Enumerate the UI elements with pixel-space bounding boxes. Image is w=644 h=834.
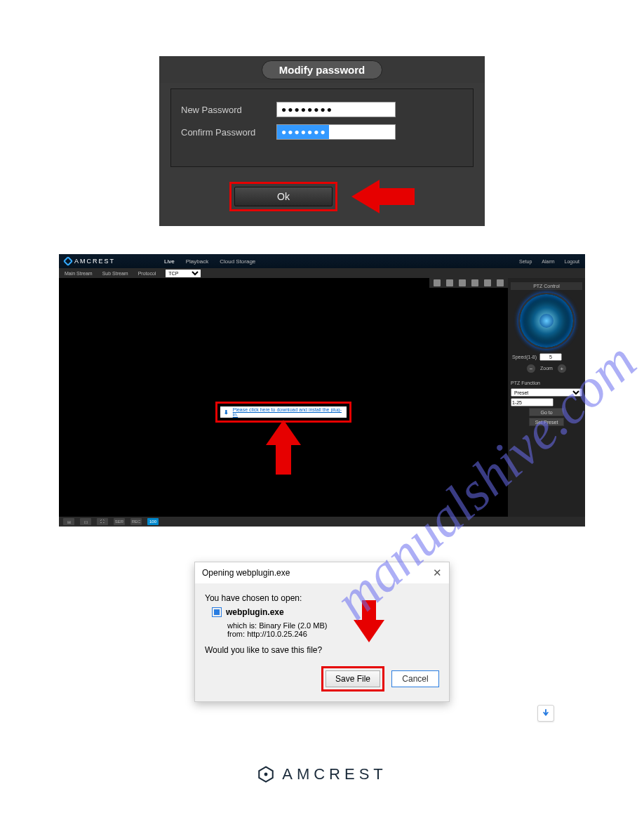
title-pill: Modify password	[262, 60, 383, 79]
nav-tabs: Live Playback Cloud Storage	[164, 258, 255, 265]
link-logout[interactable]: Logout	[565, 259, 579, 264]
confirm-password-input[interactable]	[276, 124, 396, 140]
form-box: New Password Confirm Password	[170, 88, 474, 167]
download-bar: ⬇ Please click here to download and inst…	[220, 406, 347, 418]
fullscreen-icon[interactable]	[434, 279, 441, 286]
new-password-label: New Password	[181, 105, 276, 115]
modify-password-panel: Modify password New Password Confirm Pas…	[159, 56, 485, 226]
zoom-pct-icon[interactable]: 100	[147, 518, 159, 525]
tab-playback[interactable]: Playback	[186, 258, 208, 265]
download-dialog: Opening webplugin.exe ✕ You have chosen …	[194, 562, 450, 702]
right-links: Setup Alarm Logout	[519, 259, 579, 264]
ok-button[interactable]: Ok	[234, 187, 333, 206]
talk-icon[interactable]	[471, 279, 478, 286]
main-stream-btn[interactable]: Main Stream	[65, 271, 93, 276]
layout-icon-2[interactable]: ⊡	[80, 518, 91, 525]
cancel-button[interactable]: Cancel	[391, 670, 439, 687]
close-icon[interactable]: ✕	[433, 567, 442, 579]
bottom-toolbar: ⊞ ⊡ ⛶ SER REC 100	[59, 517, 585, 527]
from-value: http://10.0.25.246	[247, 630, 307, 638]
download-indicator-icon[interactable]	[537, 705, 554, 722]
file-icon	[212, 607, 222, 617]
dialog-title: Opening webplugin.exe	[202, 568, 290, 578]
new-password-input[interactable]	[276, 102, 396, 117]
from-label: from:	[227, 630, 245, 638]
preset-select[interactable]: Preset	[511, 388, 582, 397]
record-icon[interactable]	[459, 279, 466, 286]
brand-logo: AMCREST	[65, 258, 115, 265]
zoom-label: Zoom	[540, 364, 553, 373]
tab-cloud[interactable]: Cloud Storage	[220, 258, 255, 265]
footer-logo: AMCREST	[42, 765, 602, 783]
sub-bar: Main Stream Sub Stream Protocol TCP	[59, 268, 585, 278]
save-file-button[interactable]: Save File	[326, 670, 380, 687]
red-arrow-down-icon	[354, 600, 384, 642]
filename: webplugin.exe	[226, 607, 284, 617]
zoom-in-button[interactable]: +	[557, 364, 567, 373]
dialog-body: You have chosen to open: webplugin.exe w…	[195, 583, 449, 701]
logo-icon	[63, 256, 73, 266]
speed-label: Speed(1-8)	[512, 355, 537, 359]
title-bar: Modify password	[159, 56, 485, 83]
ptz-func-title: PTZ Function	[511, 380, 582, 385]
rec-icon[interactable]: REC	[130, 518, 142, 525]
goto-button[interactable]: Go to	[529, 408, 564, 416]
fullscreen-bottom-icon[interactable]: ⛶	[97, 518, 108, 525]
protocol-select[interactable]: TCP	[166, 270, 201, 277]
red-arrow-up-icon	[266, 420, 301, 475]
video-toolbar	[429, 278, 508, 288]
save-highlight-box: Save File	[321, 666, 384, 691]
footer-brand-text: AMCREST	[282, 765, 387, 783]
download-link[interactable]: Please click here to download and instal…	[233, 407, 344, 417]
layout-icon-1[interactable]: ⊞	[63, 518, 74, 525]
red-arrow-icon	[351, 180, 415, 213]
which-is-value: Binary File (2.0 MB)	[259, 621, 327, 630]
ptz-panel: PTZ Control Speed(1-8) − Zoom + PTZ Func…	[508, 278, 585, 517]
mic-icon[interactable]	[497, 279, 504, 286]
snapshot-icon[interactable]	[446, 279, 453, 286]
link-setup[interactable]: Setup	[519, 259, 532, 264]
video-area: ⬇ Please click here to download and inst…	[59, 278, 508, 517]
ptz-title: PTZ Control	[511, 282, 582, 290]
speed-input[interactable]	[539, 353, 562, 361]
top-bar: AMCREST Live Playback Cloud Storage Setu…	[59, 254, 585, 268]
zoom-out-button[interactable]: −	[526, 364, 536, 373]
preset-num-input[interactable]	[511, 398, 554, 406]
brand-text: AMCREST	[74, 258, 115, 265]
chosen-text: You have chosen to open:	[205, 593, 439, 603]
tab-live[interactable]: Live	[164, 258, 175, 265]
svg-point-0	[264, 773, 268, 776]
link-alarm[interactable]: Alarm	[542, 259, 554, 264]
logo-hex-icon	[257, 765, 275, 783]
volume-icon[interactable]	[484, 279, 491, 286]
ser-icon[interactable]: SER	[114, 518, 125, 525]
download-icon: ⬇	[223, 409, 230, 416]
ok-highlight-box: Ok	[229, 182, 337, 211]
sub-stream-btn[interactable]: Sub Stream	[102, 271, 128, 276]
protocol-label: Protocol	[138, 271, 156, 276]
ptz-wheel[interactable]	[518, 293, 575, 349]
set-preset-button[interactable]: Set Preset	[529, 418, 564, 426]
question-text: Would you like to save this file?	[205, 645, 439, 655]
which-is-label: which is:	[227, 621, 257, 630]
confirm-password-label: Confirm Password	[181, 127, 276, 138]
camera-web-ui: AMCREST Live Playback Cloud Storage Setu…	[59, 254, 585, 527]
